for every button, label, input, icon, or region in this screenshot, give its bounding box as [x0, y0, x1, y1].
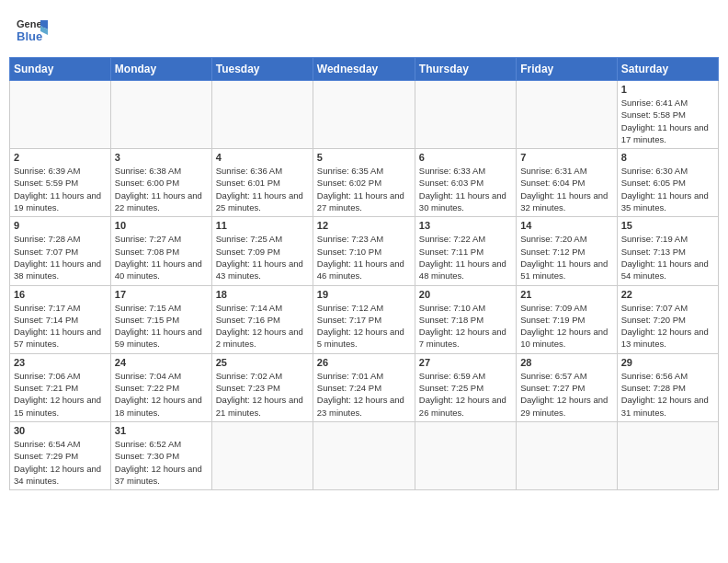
calendar-day	[517, 421, 617, 489]
calendar-day: 15Sunrise: 7:19 AMSunset: 7:13 PMDayligh…	[617, 217, 718, 285]
day-number: 8	[621, 152, 714, 163]
calendar-day	[617, 421, 718, 489]
day-number: 29	[621, 357, 714, 368]
day-info: Sunrise: 6:31 AMSunset: 6:04 PMDaylight:…	[520, 165, 612, 213]
day-info: Sunrise: 6:52 AMSunset: 7:30 PMDaylight:…	[115, 438, 208, 487]
calendar-day	[313, 421, 415, 489]
day-info: Sunrise: 7:14 AMSunset: 7:16 PMDaylight:…	[216, 302, 309, 350]
day-info: Sunrise: 7:27 AMSunset: 7:08 PMDaylight:…	[115, 233, 208, 282]
day-info: Sunrise: 6:39 AMSunset: 5:59 PMDaylight:…	[14, 165, 107, 213]
day-number: 10	[115, 220, 208, 231]
day-number: 12	[317, 220, 411, 231]
day-number: 1	[621, 84, 714, 95]
logo: General Blue	[15, 13, 48, 46]
weekday-header-tuesday: Tuesday	[211, 58, 313, 81]
calendar-day	[415, 421, 516, 489]
day-number: 19	[317, 289, 411, 300]
day-info: Sunrise: 6:36 AMSunset: 6:01 PMDaylight:…	[216, 165, 309, 213]
day-number: 16	[14, 289, 107, 300]
day-number: 18	[216, 289, 309, 300]
calendar-day: 5Sunrise: 6:35 AMSunset: 6:02 PMDaylight…	[313, 149, 415, 217]
calendar-day	[313, 81, 415, 149]
day-info: Sunrise: 7:19 AMSunset: 7:13 PMDaylight:…	[621, 233, 714, 282]
day-number: 24	[115, 357, 208, 368]
weekday-header-wednesday: Wednesday	[313, 58, 415, 81]
day-number: 4	[216, 152, 309, 163]
day-number: 28	[520, 357, 612, 368]
day-info: Sunrise: 7:10 AMSunset: 7:18 PMDaylight:…	[419, 302, 512, 350]
day-info: Sunrise: 7:17 AMSunset: 7:14 PMDaylight:…	[14, 302, 107, 350]
day-number: 17	[115, 289, 208, 300]
day-number: 3	[115, 152, 208, 163]
day-number: 7	[520, 152, 612, 163]
day-info: Sunrise: 6:59 AMSunset: 7:25 PMDaylight:…	[419, 370, 512, 419]
day-info: Sunrise: 7:20 AMSunset: 7:12 PMDaylight:…	[520, 233, 612, 282]
day-number: 11	[216, 220, 309, 231]
calendar-day: 8Sunrise: 6:30 AMSunset: 6:05 PMDaylight…	[617, 149, 718, 217]
calendar-week-row: 30Sunrise: 6:54 AMSunset: 7:29 PMDayligh…	[10, 421, 719, 489]
day-number: 27	[419, 357, 512, 368]
day-number: 9	[14, 220, 107, 231]
weekday-header-sunday: Sunday	[10, 58, 111, 81]
day-number: 26	[317, 357, 411, 368]
calendar-day: 2Sunrise: 6:39 AMSunset: 5:59 PMDaylight…	[10, 149, 111, 217]
calendar-body: 1Sunrise: 6:41 AMSunset: 5:58 PMDaylight…	[10, 81, 719, 490]
calendar-day: 25Sunrise: 7:02 AMSunset: 7:23 PMDayligh…	[211, 353, 313, 421]
calendar-day: 27Sunrise: 6:59 AMSunset: 7:25 PMDayligh…	[415, 353, 516, 421]
calendar-day: 20Sunrise: 7:10 AMSunset: 7:18 PMDayligh…	[415, 285, 516, 353]
day-info: Sunrise: 7:06 AMSunset: 7:21 PMDaylight:…	[14, 370, 107, 419]
calendar-day: 28Sunrise: 6:57 AMSunset: 7:27 PMDayligh…	[517, 353, 617, 421]
day-info: Sunrise: 7:28 AMSunset: 7:07 PMDaylight:…	[14, 233, 107, 282]
calendar-day: 11Sunrise: 7:25 AMSunset: 7:09 PMDayligh…	[211, 217, 313, 285]
calendar-week-row: 1Sunrise: 6:41 AMSunset: 5:58 PMDaylight…	[10, 81, 719, 149]
calendar-day: 6Sunrise: 6:33 AMSunset: 6:03 PMDaylight…	[415, 149, 516, 217]
weekday-header-monday: Monday	[110, 58, 211, 81]
weekday-header-saturday: Saturday	[617, 58, 718, 81]
day-number: 5	[317, 152, 411, 163]
calendar-day: 13Sunrise: 7:22 AMSunset: 7:11 PMDayligh…	[415, 217, 516, 285]
calendar-header: SundayMondayTuesdayWednesdayThursdayFrid…	[10, 58, 719, 81]
day-number: 14	[520, 220, 612, 231]
day-number: 2	[14, 152, 107, 163]
day-info: Sunrise: 6:56 AMSunset: 7:28 PMDaylight:…	[621, 370, 714, 419]
calendar-day: 7Sunrise: 6:31 AMSunset: 6:04 PMDaylight…	[517, 149, 617, 217]
day-info: Sunrise: 7:09 AMSunset: 7:19 PMDaylight:…	[520, 302, 612, 350]
calendar-day: 19Sunrise: 7:12 AMSunset: 7:17 PMDayligh…	[313, 285, 415, 353]
weekday-header-thursday: Thursday	[415, 58, 516, 81]
day-number: 21	[520, 289, 612, 300]
day-info: Sunrise: 6:30 AMSunset: 6:05 PMDaylight:…	[621, 165, 714, 213]
day-info: Sunrise: 7:22 AMSunset: 7:11 PMDaylight:…	[419, 233, 512, 282]
day-info: Sunrise: 7:04 AMSunset: 7:22 PMDaylight:…	[115, 370, 208, 419]
day-info: Sunrise: 7:01 AMSunset: 7:24 PMDaylight:…	[317, 370, 411, 419]
day-info: Sunrise: 6:33 AMSunset: 6:03 PMDaylight:…	[419, 165, 512, 213]
day-info: Sunrise: 7:12 AMSunset: 7:17 PMDaylight:…	[317, 302, 411, 350]
calendar-day: 24Sunrise: 7:04 AMSunset: 7:22 PMDayligh…	[110, 353, 211, 421]
day-number: 25	[216, 357, 309, 368]
calendar-day: 16Sunrise: 7:17 AMSunset: 7:14 PMDayligh…	[10, 285, 111, 353]
day-number: 15	[621, 220, 714, 231]
weekday-header-row: SundayMondayTuesdayWednesdayThursdayFrid…	[10, 58, 719, 81]
day-number: 30	[14, 425, 107, 436]
calendar-day	[10, 81, 111, 149]
calendar-day: 30Sunrise: 6:54 AMSunset: 7:29 PMDayligh…	[10, 421, 111, 489]
day-info: Sunrise: 6:38 AMSunset: 6:00 PMDaylight:…	[115, 165, 208, 213]
day-number: 22	[621, 289, 714, 300]
calendar-week-row: 2Sunrise: 6:39 AMSunset: 5:59 PMDaylight…	[10, 149, 719, 217]
svg-text:Blue: Blue	[17, 29, 42, 43]
calendar-day: 9Sunrise: 7:28 AMSunset: 7:07 PMDaylight…	[10, 217, 111, 285]
calendar-table: SundayMondayTuesdayWednesdayThursdayFrid…	[9, 57, 719, 490]
calendar-day	[211, 421, 313, 489]
day-number: 31	[115, 425, 208, 436]
calendar-week-row: 9Sunrise: 7:28 AMSunset: 7:07 PMDaylight…	[10, 217, 719, 285]
calendar-day: 22Sunrise: 7:07 AMSunset: 7:20 PMDayligh…	[617, 285, 718, 353]
day-number: 20	[419, 289, 512, 300]
weekday-header-friday: Friday	[517, 58, 617, 81]
calendar-day: 17Sunrise: 7:15 AMSunset: 7:15 PMDayligh…	[110, 285, 211, 353]
calendar-day	[415, 81, 516, 149]
calendar-day: 26Sunrise: 7:01 AMSunset: 7:24 PMDayligh…	[313, 353, 415, 421]
calendar-day: 12Sunrise: 7:23 AMSunset: 7:10 PMDayligh…	[313, 217, 415, 285]
day-number: 23	[14, 357, 107, 368]
calendar-day	[110, 81, 211, 149]
calendar-day	[211, 81, 313, 149]
day-info: Sunrise: 7:02 AMSunset: 7:23 PMDaylight:…	[216, 370, 309, 419]
